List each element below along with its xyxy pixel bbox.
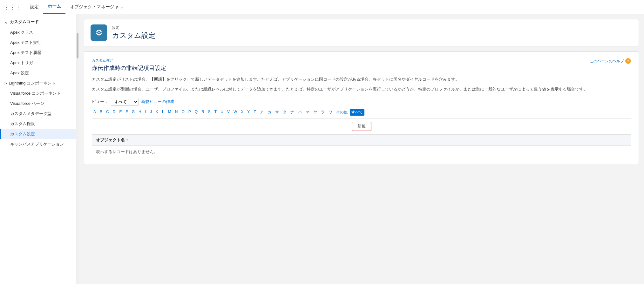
help-link-text: このページのヘルプ	[590, 58, 624, 64]
view-bar: ビュー： すべて 新規ビューの作成	[92, 98, 631, 106]
view-select[interactable]: すべて	[111, 98, 139, 106]
sidebar-item-visualforce-component[interactable]: Visualforce コンポーネント	[0, 88, 76, 98]
page-header-icon: ⚙	[91, 24, 107, 41]
gear-icon: ⚙	[95, 28, 103, 38]
sidebar-item-custom-permission[interactable]: カスタム権限	[0, 119, 76, 129]
sidebar-item-apex-trigger[interactable]: Apex トリガ	[0, 58, 76, 68]
alpha-all[interactable]: すべて	[350, 109, 364, 116]
alpha-A[interactable]: A	[92, 109, 98, 116]
alpha-P[interactable]: P	[187, 109, 193, 116]
table-empty-row: 表示するレコードはありません。	[92, 145, 631, 158]
nav-object-manager[interactable]: オブジェクトマネージャ ⌄	[65, 0, 128, 14]
top-navigation: ⋮⋮⋮ 設定 ホーム オブジェクトマネージャ ⌄	[0, 0, 644, 14]
alpha-H[interactable]: H	[137, 109, 143, 116]
new-view-link[interactable]: 新規ビューの作成	[141, 99, 174, 105]
alpha-W[interactable]: W	[232, 109, 239, 116]
alpha-カ[interactable]: カ	[266, 109, 273, 116]
alpha-ヤ[interactable]: ヤ	[312, 109, 319, 116]
alpha-Q[interactable]: Q	[193, 109, 199, 116]
main-layout: ⌄ カスタムコード Apex クラス Apex テスト実行 Apex テスト履歴…	[0, 14, 644, 284]
alpha-ワ[interactable]: ワ	[327, 109, 334, 116]
description-text-1: カスタム設定がリストの場合、【新規】をクリックして新しいデータセットを追加します…	[92, 76, 631, 83]
chevron-down-icon: ⌄	[120, 4, 124, 10]
sidebar: ⌄ カスタムコード Apex クラス Apex テスト実行 Apex テスト履歴…	[0, 14, 76, 284]
sidebar-subsection-lightning[interactable]: > Lightning コンポーネント	[0, 78, 76, 88]
alpha-ア[interactable]: ア	[258, 109, 265, 116]
help-link[interactable]: このページのヘルプ ?	[590, 58, 631, 64]
nav-home[interactable]: ホーム	[43, 0, 65, 14]
page-title: カスタム設定	[112, 31, 155, 40]
alpha-マ[interactable]: マ	[304, 109, 311, 116]
alpha-L[interactable]: L	[160, 109, 166, 116]
alpha-other[interactable]: その他	[335, 109, 349, 116]
alpha-T[interactable]: T	[213, 109, 218, 116]
alpha-K[interactable]: K	[154, 109, 160, 116]
alpha-X[interactable]: X	[239, 109, 245, 116]
table-column-label: オブジェクト名	[96, 138, 125, 142]
section-main-title: 赤伝作成時の非転記項目設定	[92, 64, 166, 72]
alpha-ハ[interactable]: ハ	[296, 109, 303, 116]
new-button[interactable]: 新規	[352, 122, 371, 131]
page-header-card: ⚙ 設定 カスタム設定	[84, 19, 639, 46]
alpha-M[interactable]: M	[166, 109, 173, 116]
sidebar-item-apex-test-history[interactable]: Apex テスト履歴	[0, 48, 76, 58]
alpha-N[interactable]: N	[173, 109, 180, 116]
chevron-right-icon: >	[4, 81, 7, 86]
sidebar-item-custom-settings[interactable]: カスタム設定	[0, 129, 76, 139]
grid-icon[interactable]: ⋮⋮⋮	[4, 3, 21, 10]
data-table: オブジェクト名 ↑ 表示するレコードはありません。	[92, 134, 631, 158]
content-area: ⚙ 設定 カスタム設定 カスタム設定 赤伝作成時の非転記項目設定 このページのヘ…	[79, 14, 644, 284]
page-subtitle: 設定	[112, 25, 155, 30]
page-header-text: 設定 カスタム設定	[112, 25, 155, 40]
sidebar-scrollbar-thumb[interactable]	[77, 33, 78, 58]
alpha-B[interactable]: B	[98, 109, 104, 116]
sidebar-section-custom-code[interactable]: ⌄ カスタムコード	[0, 17, 76, 27]
alpha-C[interactable]: C	[105, 109, 111, 116]
sidebar-item-apex-class[interactable]: Apex クラス	[0, 27, 76, 37]
alpha-bar: A B C D E F G H I J K L M N O P Q R S T	[92, 109, 631, 118]
description-text-2: カスタム設定が階層の場合、ユーザ、プロファイル、または組織レベルに対してデータを…	[92, 86, 631, 93]
sidebar-subsection-label: Lightning コンポーネント	[9, 80, 56, 86]
alpha-ナ[interactable]: ナ	[289, 109, 296, 116]
sidebar-scrollbar-track[interactable]	[76, 14, 79, 284]
alpha-S[interactable]: S	[207, 109, 212, 116]
sidebar-item-apex-settings[interactable]: Apex 設定	[0, 68, 76, 78]
sidebar-item-canvas-app[interactable]: キャンバスアプリケーション	[0, 139, 76, 149]
main-content-card: カスタム設定 赤伝作成時の非転記項目設定 このページのヘルプ ? カスタム設定が…	[84, 51, 639, 165]
sort-asc-icon[interactable]: ↑	[126, 138, 128, 142]
alpha-Z[interactable]: Z	[252, 109, 257, 116]
alpha-I[interactable]: I	[144, 109, 148, 116]
alpha-サ[interactable]: サ	[274, 109, 281, 116]
alpha-ラ[interactable]: ラ	[319, 109, 326, 116]
sidebar-item-visualforce-page[interactable]: Visualforce ページ	[0, 98, 76, 109]
chevron-down-icon: ⌄	[4, 20, 8, 24]
alpha-F[interactable]: F	[124, 109, 129, 116]
alpha-U[interactable]: U	[219, 109, 225, 116]
view-label: ビュー：	[92, 99, 108, 105]
alpha-V[interactable]: V	[226, 109, 231, 116]
alpha-Y[interactable]: Y	[246, 109, 251, 116]
alpha-R[interactable]: R	[200, 109, 206, 116]
sidebar-item-apex-test-run[interactable]: Apex テスト実行	[0, 37, 76, 48]
sidebar-item-custom-metadata[interactable]: カスタムメタデータ型	[0, 109, 76, 119]
help-icon: ?	[625, 58, 631, 64]
alpha-O[interactable]: O	[180, 109, 186, 116]
sidebar-wrapper: ⌄ カスタムコード Apex クラス Apex テスト実行 Apex テスト履歴…	[0, 14, 79, 284]
alpha-D[interactable]: D	[111, 109, 117, 116]
section-breadcrumb[interactable]: カスタム設定	[92, 58, 166, 63]
table-empty-message: 表示するレコードはありません。	[92, 145, 631, 158]
nav-settings-label: 設定	[25, 0, 43, 14]
sidebar-section-label: カスタムコード	[10, 19, 39, 25]
alpha-E[interactable]: E	[118, 109, 123, 116]
new-button-row: 新規	[92, 122, 631, 131]
table-header-object-name[interactable]: オブジェクト名 ↑	[92, 134, 631, 145]
alpha-タ[interactable]: タ	[281, 109, 288, 116]
alpha-G[interactable]: G	[130, 109, 136, 116]
alpha-J[interactable]: J	[148, 109, 153, 116]
